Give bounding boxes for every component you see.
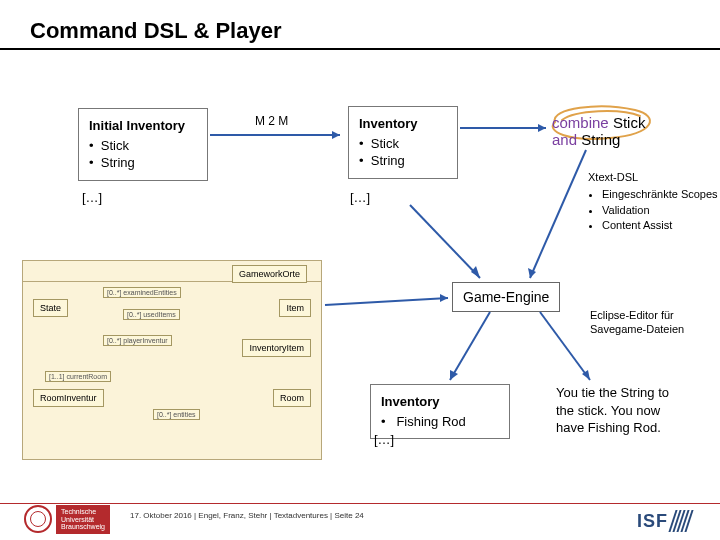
- svg-line-6: [410, 205, 480, 278]
- box-item: • Fishing Rod: [381, 413, 499, 431]
- svg-marker-13: [582, 370, 590, 380]
- combine-keyword: combine: [552, 114, 609, 131]
- footer: TechnischeUniversitätBraunschweig 17. Ok…: [0, 504, 720, 540]
- tu-name: TechnischeUniversitätBraunschweig: [56, 505, 110, 534]
- uml-class: Room: [273, 389, 311, 407]
- box-heading: Initial Inventory: [89, 117, 197, 135]
- svg-marker-9: [440, 294, 448, 302]
- svg-line-8: [325, 298, 448, 305]
- box-heading: Inventory: [359, 115, 447, 133]
- ellipsis-text: […]: [82, 190, 102, 205]
- result-text: You tie the String to the stick. You now…: [556, 384, 686, 437]
- box-heading: Inventory: [381, 393, 499, 411]
- xtext-title: Xtext-DSL: [588, 170, 718, 185]
- page-title: Command DSL & Player: [0, 0, 720, 44]
- svg-marker-5: [528, 268, 536, 278]
- svg-line-10: [450, 312, 490, 380]
- isf-text: ISF: [637, 511, 668, 532]
- tu-seal-icon: [24, 505, 52, 533]
- combine-command: combine Stick and String: [552, 114, 645, 148]
- uml-assoc: [1..1] currentRoom: [45, 371, 111, 382]
- xtext-note: Xtext-DSL Eingeschränkte Scopes Validati…: [588, 170, 718, 234]
- combine-arg: Stick: [613, 114, 646, 131]
- box-item: • String: [89, 154, 197, 172]
- box-inventory-after: Inventory • Fishing Rod: [370, 384, 510, 439]
- svg-marker-7: [471, 266, 480, 278]
- ellipsis-text: […]: [374, 432, 394, 447]
- uml-assoc: [0..*] playerInventur: [103, 335, 172, 346]
- box-item: • String: [359, 152, 447, 170]
- uml-class: GameworkOrte: [232, 265, 307, 283]
- box-item: • Stick: [89, 137, 197, 155]
- eclipse-note: Eclipse-Editor für Savegame-Dateien: [590, 308, 710, 337]
- uml-assoc: [0..*] examinedEntities: [103, 287, 181, 298]
- uml-assoc: [0..*] usedItems: [123, 309, 180, 320]
- ellipsis-text: […]: [350, 190, 370, 205]
- uml-class: InventoryItem: [242, 339, 311, 357]
- footer-text: 17. Oktober 2016 | Engel, Franz, Stehr |…: [130, 511, 364, 520]
- tu-logo: TechnischeUniversitätBraunschweig: [24, 505, 110, 534]
- box-item: • Stick: [359, 135, 447, 153]
- m2m-label: M 2 M: [255, 114, 288, 128]
- uml-class: RoomInventur: [33, 389, 104, 407]
- isf-logo: ISF: [637, 510, 690, 532]
- svg-line-12: [540, 312, 590, 380]
- title-divider: [0, 48, 720, 50]
- uml-class: Item: [279, 299, 311, 317]
- xtext-item: Content Assist: [602, 218, 718, 233]
- isf-bars-icon: [672, 510, 690, 532]
- xtext-item: Validation: [602, 203, 718, 218]
- svg-line-4: [530, 150, 586, 278]
- uml-diagram: State GameworkOrte Item InventoryItem Ro…: [22, 260, 322, 460]
- svg-marker-1: [332, 131, 340, 139]
- combine-keyword: and: [552, 131, 577, 148]
- box-initial-inventory: Initial Inventory • Stick • String: [78, 108, 208, 181]
- uml-assoc: [0..*] entities: [153, 409, 200, 420]
- xtext-item: Eingeschränkte Scopes: [602, 187, 718, 202]
- box-inventory-before: Inventory • Stick • String: [348, 106, 458, 179]
- combine-arg: String: [581, 131, 620, 148]
- svg-marker-11: [450, 370, 458, 380]
- box-game-engine: Game-Engine: [452, 282, 560, 312]
- uml-class: State: [33, 299, 68, 317]
- slide: Command DSL & Player Initial Inventory •…: [0, 0, 720, 540]
